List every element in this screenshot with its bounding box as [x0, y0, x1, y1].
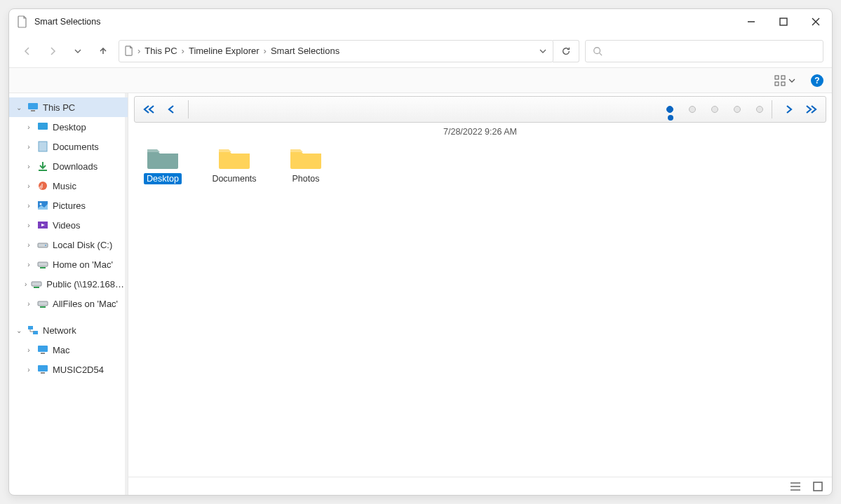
svg-rect-11	[31, 110, 35, 111]
breadcrumb-smart-selections[interactable]: Smart Selections	[271, 46, 339, 56]
tree-label: Music	[53, 181, 76, 191]
tree-label: Local Disk (C:)	[53, 240, 112, 250]
tree-desktop[interactable]: › Desktop	[9, 117, 128, 137]
chevron-right-icon[interactable]: ›	[25, 280, 27, 288]
tree-mac[interactable]: › Mac	[9, 340, 128, 360]
folder-label: Documents	[209, 173, 259, 184]
search-input[interactable]	[608, 46, 816, 56]
tree-local-disk[interactable]: › Local Disk (C:)	[9, 235, 128, 254]
chevron-right-icon[interactable]: ›	[25, 261, 33, 268]
folder-grid[interactable]: Desktop Documents Photos	[128, 144, 832, 184]
tree-label: MUSIC2D54	[53, 365, 104, 375]
svg-point-14	[39, 182, 47, 190]
search-box[interactable]	[585, 40, 823, 62]
chevron-down-icon[interactable]: ⌄	[15, 327, 23, 334]
svg-rect-7	[781, 76, 785, 79]
recent-locations-button[interactable]	[68, 41, 88, 61]
chevron-right-icon[interactable]: ›	[25, 300, 33, 308]
svg-point-19	[45, 245, 46, 246]
minimize-button[interactable]	[735, 9, 767, 34]
chevron-right-icon[interactable]: ›	[25, 143, 33, 151]
refresh-button[interactable]	[553, 40, 579, 62]
chevron-right-icon[interactable]: ›	[25, 222, 33, 229]
tree-label: Videos	[53, 220, 81, 231]
chevron-right-icon[interactable]: ›	[25, 163, 33, 170]
tree-music2d54[interactable]: › MUSIC2D54	[9, 360, 128, 379]
chevron-right-icon[interactable]: ›	[25, 123, 33, 131]
tree-home-mac[interactable]: › Home on 'Mac'	[9, 254, 128, 274]
chevron-right-icon[interactable]: ›	[25, 182, 33, 190]
breadcrumb-this-pc[interactable]: This PC	[144, 46, 177, 56]
svg-rect-28	[38, 346, 48, 352]
chevron-down-icon	[788, 77, 795, 84]
timeline-next-button[interactable]	[781, 101, 798, 118]
close-button[interactable]	[800, 9, 832, 34]
chevron-down-icon[interactable]: ⌄	[15, 104, 23, 111]
timeline-track[interactable]	[197, 103, 763, 116]
timeline-first-button[interactable]	[140, 101, 157, 118]
timeline-point[interactable]	[756, 106, 763, 113]
body: ⌄ This PC › Desktop › Documents › Downlo…	[9, 93, 832, 495]
document-icon	[125, 46, 133, 56]
large-icons-view-button[interactable]	[811, 479, 825, 493]
timeline-prev-button[interactable]	[163, 101, 180, 118]
chevron-right-icon[interactable]: ›	[25, 241, 33, 249]
network-drive-icon	[37, 259, 48, 270]
timeline-bar	[134, 96, 826, 123]
timeline-point[interactable]	[711, 106, 718, 113]
tree-label: Documents	[53, 142, 99, 152]
details-view-button[interactable]	[788, 479, 802, 493]
tree-pictures[interactable]: › Pictures	[9, 196, 128, 215]
chevron-right-icon[interactable]: ›	[25, 202, 33, 210]
chevron-right-icon[interactable]: ›	[25, 366, 33, 374]
document-icon	[37, 141, 48, 152]
toolbar: › This PC › Timeline Explorer › Smart Se…	[9, 34, 832, 68]
navigation-pane[interactable]: ⌄ This PC › Desktop › Documents › Downlo…	[9, 93, 128, 495]
svg-rect-31	[41, 372, 45, 374]
network-icon	[27, 325, 39, 336]
chevron-down-icon[interactable]	[539, 47, 547, 55]
timeline-last-button[interactable]	[803, 101, 820, 118]
content-pane: 7/28/2022 9:26 AM Desktop Documents	[128, 93, 832, 495]
computer-icon	[37, 344, 48, 355]
search-icon	[593, 46, 603, 56]
window: Smart Selections › This P	[8, 8, 833, 496]
maximize-button[interactable]	[767, 9, 800, 34]
timeline-point[interactable]	[734, 106, 741, 113]
tree-this-pc[interactable]: ⌄ This PC	[9, 97, 128, 117]
svg-rect-29	[41, 353, 45, 354]
pictures-icon	[37, 200, 48, 211]
forward-button[interactable]	[43, 41, 62, 61]
svg-rect-10	[28, 103, 38, 109]
music-icon	[37, 180, 48, 191]
tree-music[interactable]: › Music	[9, 176, 128, 196]
up-button[interactable]	[93, 41, 113, 61]
breadcrumb-timeline-explorer[interactable]: Timeline Explorer	[189, 46, 260, 56]
address-bar[interactable]: › This PC › Timeline Explorer › Smart Se…	[119, 40, 553, 62]
folder-photos[interactable]: Photos	[280, 145, 332, 184]
tree-public[interactable]: › Public (\\192.168…	[9, 274, 128, 294]
monitor-icon	[27, 102, 39, 113]
network-drive-icon	[37, 298, 48, 309]
timeline-point-active[interactable]	[666, 106, 673, 113]
folder-icon	[217, 145, 251, 170]
folder-icon	[289, 145, 323, 170]
view-options-button[interactable]	[774, 75, 795, 86]
tree-documents[interactable]: › Documents	[9, 137, 128, 156]
tree-videos[interactable]: › Videos	[9, 215, 128, 235]
back-button[interactable]	[18, 41, 37, 61]
svg-rect-35	[814, 482, 822, 491]
folder-documents[interactable]: Documents	[208, 145, 260, 184]
status-bar	[128, 477, 832, 495]
tree-label: Pictures	[53, 200, 86, 211]
tree-network[interactable]: ⌄ Network	[9, 320, 128, 340]
timeline-point[interactable]	[689, 106, 696, 113]
computer-icon	[37, 364, 48, 375]
svg-rect-20	[38, 262, 48, 266]
help-button[interactable]: ?	[811, 74, 823, 87]
tree-allfiles-mac[interactable]: › AllFiles on 'Mac'	[9, 294, 128, 313]
folder-desktop[interactable]: Desktop	[137, 145, 189, 184]
tree-downloads[interactable]: › Downloads	[9, 156, 128, 176]
drive-icon	[37, 239, 48, 250]
chevron-right-icon[interactable]: ›	[25, 346, 33, 354]
